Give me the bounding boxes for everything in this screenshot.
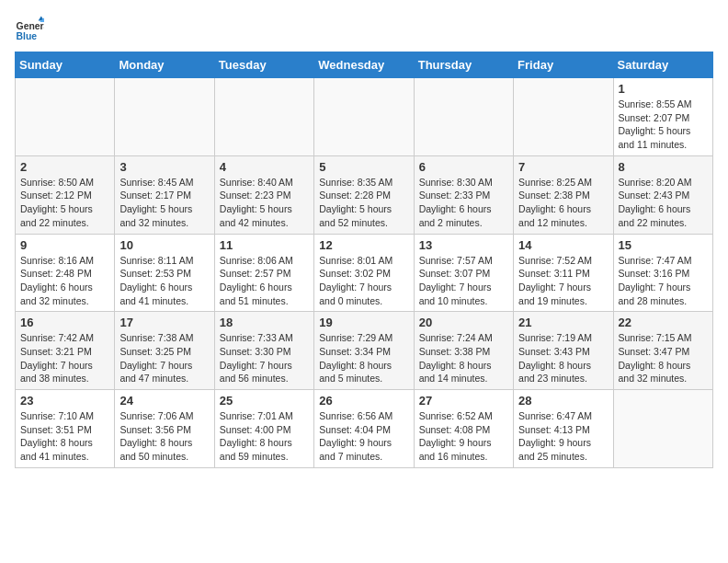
day-info: Sunrise: 7:42 AM Sunset: 3:21 PM Dayligh… (20, 331, 109, 385)
calendar-cell: 23Sunrise: 7:10 AM Sunset: 3:51 PM Dayli… (16, 390, 115, 468)
day-number: 18 (220, 316, 309, 329)
day-info: Sunrise: 8:50 AM Sunset: 2:12 PM Dayligh… (20, 176, 109, 230)
calendar-cell: 9Sunrise: 8:16 AM Sunset: 2:48 PM Daylig… (16, 234, 115, 312)
day-info: Sunrise: 7:52 AM Sunset: 3:11 PM Dayligh… (518, 254, 608, 308)
day-info: Sunrise: 7:24 AM Sunset: 3:38 PM Dayligh… (419, 331, 508, 385)
day-info: Sunrise: 8:20 AM Sunset: 2:43 PM Dayligh… (619, 176, 708, 230)
day-number: 27 (419, 394, 508, 408)
day-number: 5 (319, 160, 408, 174)
calendar-week-5: 23Sunrise: 7:10 AM Sunset: 3:51 PM Dayli… (16, 390, 713, 468)
weekday-header-monday: Monday (115, 52, 214, 78)
calendar-cell: 24Sunrise: 7:06 AM Sunset: 3:56 PM Dayli… (115, 390, 214, 468)
day-number: 12 (319, 238, 408, 252)
day-info: Sunrise: 7:38 AM Sunset: 3:25 PM Dayligh… (119, 331, 209, 385)
day-info: Sunrise: 8:01 AM Sunset: 3:02 PM Dayligh… (319, 254, 408, 308)
day-info: Sunrise: 7:33 AM Sunset: 3:30 PM Dayligh… (220, 331, 309, 385)
day-info: Sunrise: 6:47 AM Sunset: 4:13 PM Dayligh… (518, 409, 608, 464)
calendar-cell: 28Sunrise: 6:47 AM Sunset: 4:13 PM Dayli… (514, 390, 613, 468)
day-info: Sunrise: 8:25 AM Sunset: 2:38 PM Dayligh… (518, 176, 608, 230)
calendar-cell (115, 78, 214, 156)
day-info: Sunrise: 8:35 AM Sunset: 2:28 PM Dayligh… (319, 176, 408, 230)
page-header: General Blue (15, 15, 713, 44)
calendar-cell (314, 78, 414, 156)
day-number: 16 (20, 316, 109, 329)
calendar-week-4: 16Sunrise: 7:42 AM Sunset: 3:21 PM Dayli… (16, 312, 713, 390)
calendar-cell: 15Sunrise: 7:47 AM Sunset: 3:16 PM Dayli… (613, 234, 712, 312)
day-info: Sunrise: 7:06 AM Sunset: 3:56 PM Dayligh… (119, 409, 209, 464)
day-number: 8 (619, 160, 708, 174)
calendar-week-2: 2Sunrise: 8:50 AM Sunset: 2:12 PM Daylig… (16, 155, 713, 234)
day-info: Sunrise: 8:40 AM Sunset: 2:23 PM Dayligh… (220, 176, 309, 230)
calendar-cell (514, 78, 613, 156)
day-info: Sunrise: 7:01 AM Sunset: 4:00 PM Dayligh… (220, 409, 309, 464)
day-info: Sunrise: 8:45 AM Sunset: 2:17 PM Dayligh… (119, 176, 209, 230)
day-number: 26 (319, 394, 408, 408)
calendar-cell: 22Sunrise: 7:15 AM Sunset: 3:47 PM Dayli… (613, 312, 712, 390)
calendar-cell: 4Sunrise: 8:40 AM Sunset: 2:23 PM Daylig… (214, 155, 313, 234)
day-info: Sunrise: 7:47 AM Sunset: 3:16 PM Dayligh… (619, 254, 708, 308)
day-number: 15 (619, 238, 708, 252)
calendar-cell: 12Sunrise: 8:01 AM Sunset: 3:02 PM Dayli… (314, 234, 414, 312)
day-number: 25 (220, 394, 309, 408)
weekday-header-friday: Friday (514, 52, 613, 78)
calendar-cell: 10Sunrise: 8:11 AM Sunset: 2:53 PM Dayli… (115, 234, 214, 312)
calendar-header-row: SundayMondayTuesdayWednesdayThursdayFrid… (16, 52, 713, 78)
day-number: 17 (119, 316, 209, 329)
day-number: 3 (119, 160, 209, 174)
calendar-cell: 25Sunrise: 7:01 AM Sunset: 4:00 PM Dayli… (214, 390, 313, 468)
day-number: 4 (220, 160, 309, 174)
weekday-header-tuesday: Tuesday (214, 52, 313, 78)
calendar-cell (214, 78, 313, 156)
day-number: 28 (518, 394, 608, 408)
day-info: Sunrise: 6:52 AM Sunset: 4:08 PM Dayligh… (419, 409, 508, 464)
day-number: 21 (518, 316, 608, 329)
day-info: Sunrise: 8:55 AM Sunset: 2:07 PM Dayligh… (619, 98, 708, 152)
day-number: 2 (20, 160, 109, 174)
calendar-cell: 5Sunrise: 8:35 AM Sunset: 2:28 PM Daylig… (314, 155, 414, 234)
calendar-cell: 7Sunrise: 8:25 AM Sunset: 2:38 PM Daylig… (514, 155, 613, 234)
day-info: Sunrise: 7:57 AM Sunset: 3:07 PM Dayligh… (419, 254, 508, 308)
calendar-cell: 13Sunrise: 7:57 AM Sunset: 3:07 PM Dayli… (414, 234, 513, 312)
day-info: Sunrise: 8:16 AM Sunset: 2:48 PM Dayligh… (20, 254, 109, 308)
day-number: 22 (619, 316, 708, 329)
day-info: Sunrise: 7:19 AM Sunset: 3:43 PM Dayligh… (518, 331, 608, 385)
calendar-cell (613, 390, 712, 468)
calendar-cell: 1Sunrise: 8:55 AM Sunset: 2:07 PM Daylig… (613, 78, 712, 156)
calendar-cell: 18Sunrise: 7:33 AM Sunset: 3:30 PM Dayli… (214, 312, 313, 390)
day-info: Sunrise: 8:30 AM Sunset: 2:33 PM Dayligh… (419, 176, 508, 230)
day-number: 13 (419, 238, 508, 252)
calendar-table: SundayMondayTuesdayWednesdayThursdayFrid… (15, 52, 713, 468)
day-info: Sunrise: 6:56 AM Sunset: 4:04 PM Dayligh… (319, 409, 408, 464)
day-number: 14 (518, 238, 608, 252)
calendar-cell: 14Sunrise: 7:52 AM Sunset: 3:11 PM Dayli… (514, 234, 613, 312)
calendar-cell: 16Sunrise: 7:42 AM Sunset: 3:21 PM Dayli… (16, 312, 115, 390)
calendar-cell: 8Sunrise: 8:20 AM Sunset: 2:43 PM Daylig… (613, 155, 712, 234)
day-info: Sunrise: 7:29 AM Sunset: 3:34 PM Dayligh… (319, 331, 408, 385)
day-number: 19 (319, 316, 408, 329)
calendar-cell: 11Sunrise: 8:06 AM Sunset: 2:57 PM Dayli… (214, 234, 313, 312)
logo-icon: General Blue (15, 15, 44, 44)
calendar-cell: 3Sunrise: 8:45 AM Sunset: 2:17 PM Daylig… (115, 155, 214, 234)
calendar-cell: 20Sunrise: 7:24 AM Sunset: 3:38 PM Dayli… (414, 312, 513, 390)
calendar-cell: 26Sunrise: 6:56 AM Sunset: 4:04 PM Dayli… (314, 390, 414, 468)
calendar-cell (414, 78, 513, 156)
calendar-cell: 21Sunrise: 7:19 AM Sunset: 3:43 PM Dayli… (514, 312, 613, 390)
day-number: 9 (20, 238, 109, 252)
day-number: 11 (220, 238, 309, 252)
calendar-week-1: 1Sunrise: 8:55 AM Sunset: 2:07 PM Daylig… (16, 78, 713, 156)
weekday-header-thursday: Thursday (414, 52, 513, 78)
calendar-week-3: 9Sunrise: 8:16 AM Sunset: 2:48 PM Daylig… (16, 234, 713, 312)
day-number: 7 (518, 160, 608, 174)
calendar-cell: 19Sunrise: 7:29 AM Sunset: 3:34 PM Dayli… (314, 312, 414, 390)
day-number: 20 (419, 316, 508, 329)
weekday-header-wednesday: Wednesday (314, 52, 414, 78)
day-info: Sunrise: 8:11 AM Sunset: 2:53 PM Dayligh… (119, 254, 209, 308)
day-number: 24 (119, 394, 209, 408)
calendar-cell (16, 78, 115, 156)
calendar-cell: 6Sunrise: 8:30 AM Sunset: 2:33 PM Daylig… (414, 155, 513, 234)
day-info: Sunrise: 7:15 AM Sunset: 3:47 PM Dayligh… (619, 331, 708, 385)
calendar-cell: 17Sunrise: 7:38 AM Sunset: 3:25 PM Dayli… (115, 312, 214, 390)
calendar-cell: 27Sunrise: 6:52 AM Sunset: 4:08 PM Dayli… (414, 390, 513, 468)
day-number: 10 (119, 238, 209, 252)
weekday-header-sunday: Sunday (16, 52, 115, 78)
